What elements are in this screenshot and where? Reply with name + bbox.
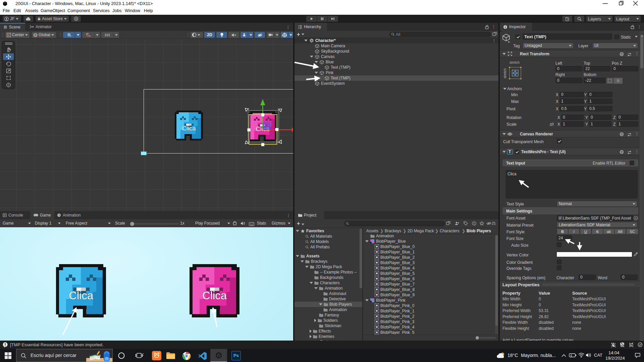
svg-text:?: ? <box>621 53 623 56</box>
svg-text:?: ? <box>621 133 623 136</box>
svg-text:?: ? <box>621 150 623 154</box>
